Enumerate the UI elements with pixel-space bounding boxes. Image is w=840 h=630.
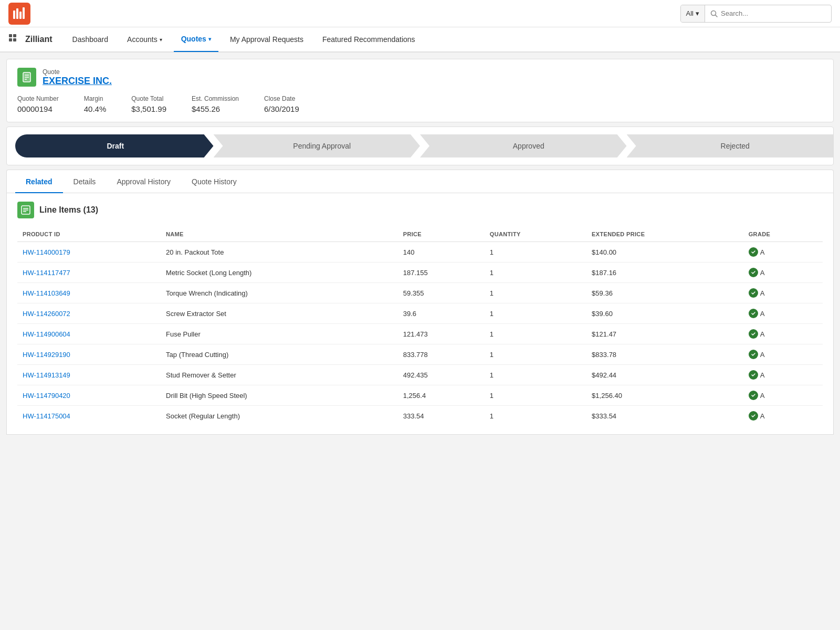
cell-product-id[interactable]: HW-114929190 xyxy=(17,344,161,365)
tab-quote-history[interactable]: Quote History xyxy=(181,170,247,193)
tab-quote-history-label: Quote History xyxy=(192,177,237,186)
stat-quote-number-label: Quote Number xyxy=(17,95,59,102)
cell-product-id[interactable]: HW-114260072 xyxy=(17,303,161,324)
table-row: HW-114913149 Stud Remover & Setter 492.4… xyxy=(17,365,823,385)
workflow-step-approved[interactable]: Approved xyxy=(420,134,627,158)
cell-extended-price: $121.47 xyxy=(586,324,743,344)
stat-margin-label: Margin xyxy=(84,95,107,102)
svg-rect-9 xyxy=(13,38,16,41)
cell-product-id[interactable]: HW-114117477 xyxy=(17,262,161,283)
svg-rect-6 xyxy=(9,34,12,37)
quote-header-section: Quote EXERCISE INC. Quote Number 0000019… xyxy=(6,59,834,122)
workflow-step-draft[interactable]: Draft xyxy=(7,134,214,158)
product-id-link[interactable]: HW-114929190 xyxy=(23,351,70,359)
app-grid-icon[interactable] xyxy=(8,34,19,46)
grade-value: A xyxy=(760,392,765,400)
search-filter-label: All xyxy=(686,9,694,17)
product-id-link[interactable]: HW-114790420 xyxy=(23,392,70,400)
table-row: HW-114929190 Tap (Thread Cutting) 833.77… xyxy=(17,344,823,365)
stat-est-commission-value: $455.26 xyxy=(192,104,239,113)
col-quantity: QUANTITY xyxy=(485,227,586,242)
nav-quotes[interactable]: Quotes ▾ xyxy=(174,27,218,52)
tab-details[interactable]: Details xyxy=(63,170,107,193)
cell-quantity: 1 xyxy=(485,344,586,365)
tab-related[interactable]: Related xyxy=(15,170,63,193)
cell-product-id[interactable]: HW-114900604 xyxy=(17,324,161,344)
tab-approval-history-label: Approval History xyxy=(117,177,171,186)
app-logo[interactable] xyxy=(8,3,30,25)
cell-extended-price: $333.54 xyxy=(586,406,743,426)
cell-extended-price: $833.78 xyxy=(586,344,743,365)
nav-accounts-label: Accounts xyxy=(127,35,158,44)
tab-related-label: Related xyxy=(26,177,52,186)
cell-product-id[interactable]: HW-114175004 xyxy=(17,406,161,426)
cell-price: 187.155 xyxy=(398,262,485,283)
cell-quantity: 1 xyxy=(485,385,586,406)
svg-rect-1 xyxy=(16,8,18,19)
stat-quote-number-value: 00000194 xyxy=(17,104,59,113)
nav-accounts[interactable]: Accounts ▾ xyxy=(120,27,170,52)
cell-quantity: 1 xyxy=(485,303,586,324)
product-id-link[interactable]: HW-114103649 xyxy=(23,289,70,297)
line-items-section: Line Items (13) PRODUCT ID NAME PRICE QU… xyxy=(6,193,834,435)
quote-icon xyxy=(17,68,36,87)
grade-check-icon xyxy=(749,411,758,421)
product-id-link[interactable]: HW-114175004 xyxy=(23,412,70,420)
quote-label-text: Quote xyxy=(43,68,112,76)
nav-featured-recommendations-label: Featured Recommendations xyxy=(322,35,415,44)
product-id-link[interactable]: HW-114260072 xyxy=(23,310,70,318)
cell-price: 333.54 xyxy=(398,406,485,426)
product-id-link[interactable]: HW-114913149 xyxy=(23,371,70,379)
table-header: PRODUCT ID NAME PRICE QUANTITY EXTENDED … xyxy=(17,227,823,242)
cell-price: 121.473 xyxy=(398,324,485,344)
grade-value: A xyxy=(760,310,765,318)
tab-approval-history[interactable]: Approval History xyxy=(106,170,181,193)
nav-featured-recommendations[interactable]: Featured Recommendations xyxy=(315,27,423,52)
search-input-wrap xyxy=(705,9,831,17)
cell-quantity: 1 xyxy=(485,242,586,262)
cell-product-id[interactable]: HW-114790420 xyxy=(17,385,161,406)
nav-quotes-label: Quotes xyxy=(181,35,206,43)
cell-grade: A xyxy=(743,365,823,385)
quote-name[interactable]: EXERCISE INC. xyxy=(43,76,112,87)
product-id-link[interactable]: HW-114900604 xyxy=(23,330,70,338)
search-filter-dropdown[interactable]: All ▾ xyxy=(681,5,705,22)
tab-details-label: Details xyxy=(74,177,96,186)
product-id-link[interactable]: HW-114117477 xyxy=(23,269,70,277)
workflow-step-pending-label: Pending Approval xyxy=(293,142,351,150)
cell-name: Socket (Regular Length) xyxy=(161,406,398,426)
workflow-step-rejected[interactable]: Rejected xyxy=(627,134,834,158)
grade-value: A xyxy=(760,269,765,277)
cell-grade: A xyxy=(743,262,823,283)
line-items-table: PRODUCT ID NAME PRICE QUANTITY EXTENDED … xyxy=(17,227,823,426)
cell-quantity: 1 xyxy=(485,324,586,344)
col-extended-price: EXTENDED PRICE xyxy=(586,227,743,242)
cell-price: 1,256.4 xyxy=(398,385,485,406)
search-input[interactable] xyxy=(721,9,826,17)
cell-extended-price: $492.44 xyxy=(586,365,743,385)
stat-quote-total: Quote Total $3,501.99 xyxy=(131,95,166,113)
cell-grade: A xyxy=(743,324,823,344)
grade-check-icon xyxy=(749,309,758,318)
cell-name: 20 in. Packout Tote xyxy=(161,242,398,262)
cell-product-id[interactable]: HW-114103649 xyxy=(17,283,161,303)
chevron-down-icon: ▾ xyxy=(160,37,162,43)
cell-price: 140 xyxy=(398,242,485,262)
nav-approval-requests[interactable]: My Approval Requests xyxy=(223,27,311,52)
workflow-step-pending[interactable]: Pending Approval xyxy=(214,134,421,158)
table-row: HW-114000179 20 in. Packout Tote 140 1 $… xyxy=(17,242,823,262)
top-bar: All ▾ xyxy=(0,0,840,27)
stat-close-date-value: 6/30/2019 xyxy=(264,104,299,113)
cell-product-id[interactable]: HW-114000179 xyxy=(17,242,161,262)
col-name: NAME xyxy=(161,227,398,242)
chevron-down-icon: ▾ xyxy=(208,36,211,42)
workflow-bar: Draft Pending Approval Approved Rejected xyxy=(6,127,834,165)
stat-est-commission-label: Est. Commission xyxy=(192,95,239,102)
svg-rect-0 xyxy=(13,10,15,19)
cell-product-id[interactable]: HW-114913149 xyxy=(17,365,161,385)
table-row: HW-114103649 Torque Wrench (Indicating) … xyxy=(17,283,823,303)
product-id-link[interactable]: HW-114000179 xyxy=(23,248,70,256)
quote-label-row: Quote EXERCISE INC. xyxy=(17,68,823,87)
nav-dashboard[interactable]: Dashboard xyxy=(65,27,116,52)
table-row: HW-114117477 Metric Socket (Long Length)… xyxy=(17,262,823,283)
